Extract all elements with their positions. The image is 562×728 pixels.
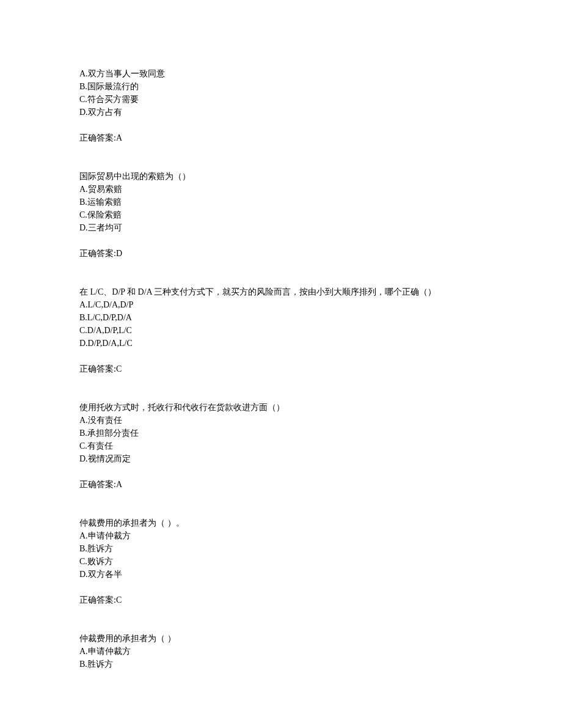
- option-b: B.胜诉方: [79, 542, 483, 555]
- option-b: B.承担部分责任: [79, 427, 483, 439]
- option-c: C.保险索赔: [79, 208, 483, 221]
- option-a: A.申请仲裁方: [79, 645, 483, 658]
- option-a: A.没有责任: [79, 414, 483, 427]
- question-stem: 仲裁费用的承担者为（ ）。: [79, 517, 483, 529]
- option-c: C.符合买方需要: [79, 93, 483, 106]
- option-d: D.视情况而定: [79, 452, 483, 465]
- question-block: A.双方当事人一致同意 B.国际最流行的 C.符合买方需要 D.双方占有 正确答…: [79, 67, 483, 144]
- question-block: 国际贸易中出现的索赔为（） A.贸易索赔 B.运输索赔 C.保险索赔 D.三者均…: [79, 170, 483, 260]
- question-stem: 仲裁费用的承担者为（ ）: [79, 632, 483, 645]
- option-d: D.双方占有: [79, 106, 483, 119]
- option-a: A.双方当事人一致同意: [79, 67, 483, 80]
- option-a: A.申请仲裁方: [79, 529, 483, 542]
- correct-answer: 正确答案:C: [79, 594, 483, 606]
- option-a: A.L/C,D/A,D/P: [79, 298, 483, 311]
- option-d: D.双方各半: [79, 568, 483, 581]
- option-c: C.D/A,D/P,L/C: [79, 324, 483, 337]
- option-b: B.胜诉方: [79, 658, 483, 671]
- option-c: C.败诉方: [79, 555, 483, 568]
- question-stem: 国际贸易中出现的索赔为（）: [79, 170, 483, 183]
- option-a: A.贸易索赔: [79, 183, 483, 196]
- option-d: D.三者均可: [79, 221, 483, 234]
- option-b: B.运输索赔: [79, 196, 483, 208]
- question-block: 使用托收方式时，托收行和代收行在货款收进方面（） A.没有责任 B.承担部分责任…: [79, 401, 483, 491]
- correct-answer: 正确答案:A: [79, 478, 483, 491]
- option-d: D.D/P,D/A,L/C: [79, 337, 483, 350]
- option-c: C.有责任: [79, 439, 483, 452]
- question-block: 仲裁费用的承担者为（ ） A.申请仲裁方 B.胜诉方: [79, 632, 483, 671]
- correct-answer: 正确答案:D: [79, 247, 483, 260]
- option-b: B.国际最流行的: [79, 80, 483, 93]
- option-b: B.L/C,D/P,D/A: [79, 311, 483, 324]
- question-block: 在 L/C、D/P 和 D/A 三种支付方式下，就买方的风险而言，按由小到大顺序…: [79, 285, 483, 375]
- question-block: 仲裁费用的承担者为（ ）。 A.申请仲裁方 B.胜诉方 C.败诉方 D.双方各半…: [79, 517, 483, 606]
- question-stem: 在 L/C、D/P 和 D/A 三种支付方式下，就买方的风险而言，按由小到大顺序…: [79, 285, 483, 298]
- correct-answer: 正确答案:C: [79, 362, 483, 375]
- correct-answer: 正确答案:A: [79, 131, 483, 144]
- question-stem: 使用托收方式时，托收行和代收行在货款收进方面（）: [79, 401, 483, 414]
